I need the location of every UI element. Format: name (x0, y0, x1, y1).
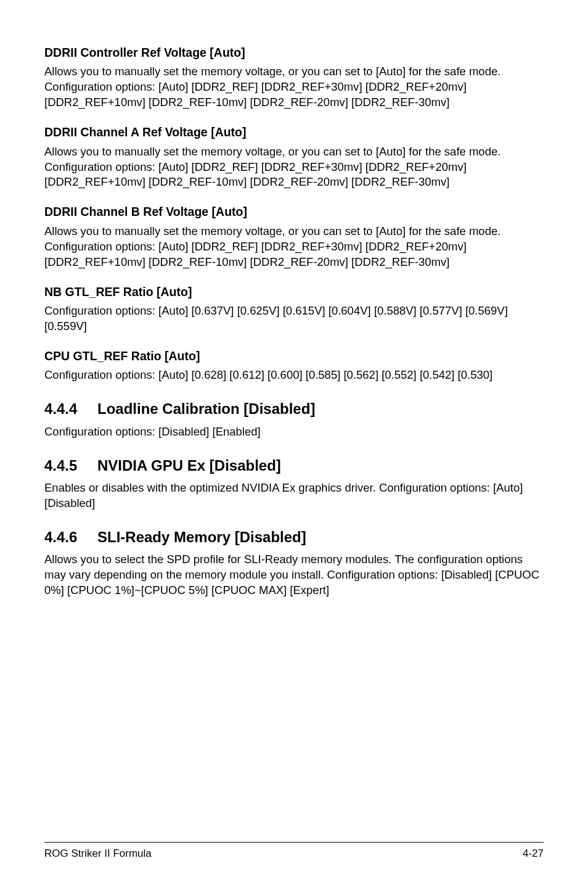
body-text: Configuration options: [Auto] [DDR2_REF]… (44, 160, 544, 191)
footer-right: 4-27 (523, 848, 544, 860)
section-number: 4.4.6 (44, 527, 97, 547)
body-text: Configuration options: [Auto] [DDR2_REF]… (44, 80, 544, 110)
section-number: 4.4.5 (44, 456, 97, 476)
body-text: Configuration options: [Disabled] [Enabl… (44, 424, 544, 440)
heading-cpu-gtl-ref: CPU GTL_REF Ratio [Auto] (44, 348, 544, 364)
heading-loadline-calibration: 4.4.4 Loadline Calibration [Disabled] (44, 399, 544, 419)
heading-ddrii-channel-a: DDRII Channel A Ref Voltage [Auto] (44, 124, 544, 140)
body-text: Allows you to select the SPD profile for… (44, 552, 544, 598)
section-title: Loadline Calibration [Disabled] (97, 399, 315, 419)
section-title: NVIDIA GPU Ex [Disabled] (97, 456, 281, 476)
heading-sli-ready-memory: 4.4.6 SLI-Ready Memory [Disabled] (44, 527, 544, 547)
heading-nb-gtl-ref: NB GTL_REF Ratio [Auto] (44, 284, 544, 300)
body-text: Allows you to manually set the memory vo… (44, 144, 544, 160)
body-text: Configuration options: [Auto] [0.637V] [… (44, 303, 544, 334)
section-number: 4.4.4 (44, 399, 97, 419)
body-text: Allows you to manually set the memory vo… (44, 224, 544, 239)
body-text: Configuration options: [Auto] [DDR2_REF]… (44, 239, 544, 270)
body-text: Enables or disables with the optimized N… (44, 481, 544, 511)
body-text: Allows you to manually set the memory vo… (44, 64, 544, 80)
heading-ddrii-controller: DDRII Controller Ref Voltage [Auto] (44, 44, 544, 60)
page-footer: ROG Striker II Formula 4-27 (44, 842, 544, 860)
heading-ddrii-channel-b: DDRII Channel B Ref Voltage [Auto] (44, 204, 544, 220)
body-text: Configuration options: [Auto] [0.628] [0… (44, 368, 544, 383)
heading-nvidia-gpu-ex: 4.4.5 NVIDIA GPU Ex [Disabled] (44, 456, 544, 476)
section-title: SLI-Ready Memory [Disabled] (97, 527, 306, 547)
footer-left: ROG Striker II Formula (44, 848, 152, 860)
